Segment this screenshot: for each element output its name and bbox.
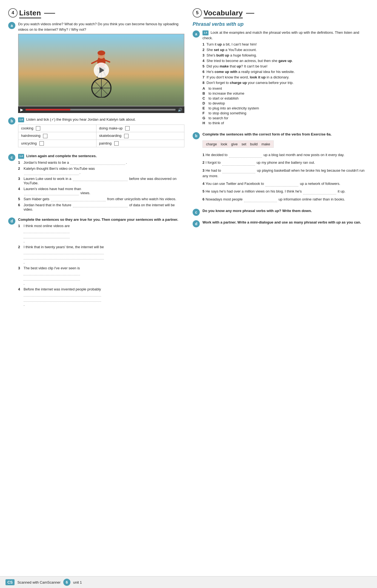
table-cell-hairdressing: hairdressing [18, 132, 96, 140]
section-4-title: Listen [19, 9, 55, 17]
fill-blank-long [24, 255, 104, 259]
activity-b-vocab-badge: b [193, 132, 200, 139]
section-4-badge: 4 [8, 8, 18, 18]
example-sentences-list: 1 Turn it up a bit, I can't hear him! 2 … [202, 42, 369, 85]
word-make: make [261, 142, 270, 146]
fill-blank [73, 203, 128, 207]
activity-a-listen: a Do you watch videos online? What do yo… [8, 21, 184, 113]
checkbox-skateboarding[interactable] [124, 134, 128, 138]
list-item: 3 She's built up a huge following. [202, 53, 369, 57]
word-charge: charge [206, 142, 217, 146]
fill-blank [24, 191, 79, 195]
progress-bar[interactable] [25, 109, 176, 111]
activity-b-vocab-instruction: Complete the sentences with the correct … [202, 132, 369, 137]
fill-blank [229, 152, 262, 158]
table-row: unicycling painting [18, 140, 184, 147]
activity-c-instruction: 1.4 Listen again and complete the senten… [18, 153, 184, 159]
activity-b-instruction: 1.4 Listen and tick (✓) the things you h… [18, 117, 184, 122]
checkbox-unicycling[interactable] [39, 141, 44, 146]
word-give: give [231, 142, 238, 146]
list-item: 5He says he's had over a million views o… [202, 189, 369, 194]
table-cell-unicycling: unicycling [18, 140, 96, 147]
audio-icon-b[interactable]: 1.4 [18, 117, 24, 122]
activity-b-vocab-content: Complete the sentences with the correct … [202, 132, 369, 204]
activity-c-vocab: c Do you know any more phrasal verbs wit… [193, 208, 369, 216]
list-item: 4Lauren's videos have had more than view… [18, 187, 184, 195]
svg-point-12 [98, 50, 105, 55]
activity-c-vocab-instruction: Do you know any more phrasal verbs with … [202, 208, 369, 214]
fill-blank [24, 171, 79, 175]
list-item: 3He had to up playing basketball when he… [202, 168, 369, 179]
progress-fill [25, 109, 70, 111]
activity-d-badge: d [8, 217, 15, 225]
activity-c-content: 1.4 Listen again and complete the senten… [18, 153, 184, 213]
fill-blank [244, 197, 277, 202]
list-item: 2I forgot to up my phone and the battery… [202, 160, 369, 166]
fill-blank [73, 177, 128, 181]
activity-d-instruction: Complete the sentences so they are true … [18, 217, 184, 222]
activity-b-content: 1.4 Listen and tick (✓) the things you h… [18, 117, 184, 149]
section-4-title-text: Listen [19, 9, 41, 18]
list-item: 3 The best video clip I've ever seen is … [18, 266, 184, 285]
table-cell-cooking: cooking [18, 125, 96, 132]
fill-blank-long [24, 292, 101, 296]
activity-c-badge: c [8, 154, 15, 161]
list-item: Gto search for [202, 116, 369, 120]
table-cell-painting: painting [96, 140, 184, 147]
section-4-header: 4 Listen [8, 8, 184, 18]
section-5-header: 5 Vocabulary [193, 8, 369, 18]
scanner-text: Scanned with CamScanner [17, 580, 61, 584]
unit-label: unit 1 [73, 580, 82, 584]
fill-blank-long [24, 271, 80, 275]
checkbox-cooking[interactable] [36, 126, 40, 131]
activity-c-instruction-text: Listen again and complete the sentences. [26, 154, 97, 158]
fill-sentences-list: 1He decided to up a blog last month and … [202, 152, 369, 202]
definitions-list: Ato invent Bto increase the volume Cto s… [202, 86, 369, 125]
activity-a-vocab-instruction: 1.5 Look at the examples and match the p… [202, 30, 369, 41]
video-controls[interactable]: ▶ 🔊 [18, 106, 184, 113]
fill-blank [222, 168, 255, 174]
play-button[interactable] [94, 63, 109, 78]
checkbox-makeup[interactable] [125, 126, 130, 131]
checkbox-painting[interactable] [114, 141, 119, 146]
activity-d-vocab-instruction: Work with a partner. Write a mini-dialog… [202, 220, 369, 225]
left-column: 4 Listen a Do you watch videos online? W… [8, 8, 184, 312]
list-item: 5 Did you make that up? It can't be true… [202, 64, 369, 68]
list-item: 7 If you don't know the word, look it up… [202, 75, 369, 79]
activity-c-vocab-badge: c [193, 209, 200, 216]
checkbox-hairdressing[interactable] [43, 134, 47, 138]
audio-icon-va[interactable]: 1.5 [202, 30, 209, 35]
list-item: 1 I think most online videos are . [18, 224, 184, 243]
list-item: Bto increase the volume [202, 91, 369, 95]
right-column: 5 Vocabulary Phrasal verbs with up a 1.5… [193, 8, 369, 312]
activity-d-listen: d Complete the sentences so they are tru… [8, 217, 184, 309]
fill-blank-long [24, 297, 101, 302]
cs-logo: CS [5, 579, 15, 585]
fill-blank [303, 189, 336, 194]
table-cell-makeup: doing make-up [96, 125, 184, 132]
audio-icon-c[interactable]: 1.4 [18, 154, 24, 159]
activity-a-vocab: a 1.5 Look at the examples and match the… [193, 30, 369, 128]
activity-a-text: Do you watch videos online? What do you … [18, 21, 184, 32]
list-item: 6 He's come up with a really original id… [202, 70, 369, 74]
activity-b-vocab: b Complete the sentences with the correc… [193, 132, 369, 204]
list-item: 1Jordan's friend wants to be a . [18, 160, 184, 165]
sentence-list-c: 1Jordan's friend wants to be a . 2Kately… [18, 160, 184, 211]
fill-blank [70, 160, 125, 165]
page-number: 6 [63, 579, 70, 586]
word-build: build [250, 142, 258, 146]
list-item: 6Jordan heard that in the future of data… [18, 203, 184, 211]
activity-b-listen: b 1.4 Listen and tick (✓) the things you… [8, 117, 184, 149]
activity-c-vocab-content: Do you know any more phrasal verbs with … [202, 208, 369, 215]
play-pause-icon[interactable]: ▶ [20, 108, 23, 112]
fill-blank-long [24, 276, 80, 281]
activity-d-content: Complete the sentences so they are true … [18, 217, 184, 309]
volume-icon[interactable]: 🔊 [178, 108, 182, 112]
activity-a-content: Do you watch videos online? What do you … [18, 21, 184, 113]
fill-blank [265, 181, 298, 187]
section-5-badge: 5 [193, 8, 202, 18]
fill-blank [222, 160, 255, 166]
activity-a-vocab-badge: a [193, 30, 200, 38]
list-item: Eto plug into an electricity system [202, 106, 369, 110]
list-item: 2Katelyn thought Ben's video on YouTube … [18, 166, 184, 175]
